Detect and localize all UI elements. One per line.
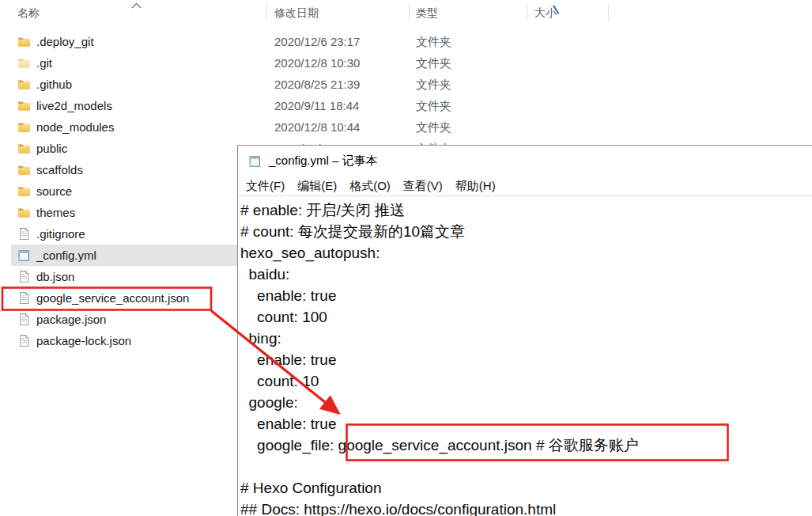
folder-icon [17, 120, 31, 134]
column-resize-handle[interactable] [608, 4, 609, 21]
folder-icon [17, 142, 31, 155]
config-text-line: google_file: google_service_account.json… [240, 434, 812, 456]
column-header-type[interactable]: 类型 [416, 5, 438, 21]
file-name: node_modules [36, 116, 114, 138]
file-type-icon [17, 270, 31, 283]
document-icon [17, 227, 31, 241]
notepad-menu-bar: 文件(F) 编辑(E) 格式(O) 查看(V) 帮助(H) [238, 176, 812, 196]
file-name: live2d_models [36, 95, 112, 116]
config-text-line [240, 456, 812, 477]
folder-icon [17, 163, 31, 176]
column-header-date-modified[interactable]: 修改日期 [274, 5, 319, 21]
sort-ascending-icon [131, 2, 142, 9]
column-resize-handle[interactable] [527, 4, 527, 21]
config-text-line: bing: [240, 328, 812, 349]
column-resize-handle[interactable] [409, 4, 410, 21]
file-type-icon [17, 99, 31, 112]
notepad-window: _config.yml – 记事本 文件(F) 编辑(E) 格式(O) 查看(V… [237, 145, 812, 516]
file-type-icon [17, 291, 31, 305]
config-text-line: enable: true [240, 285, 812, 306]
file-name: google_service_account.json [36, 287, 189, 309]
file-name: themes [36, 202, 75, 223]
file-type-icon [17, 206, 31, 219]
column-resize-handle[interactable] [266, 4, 267, 21]
menu-item[interactable]: 文件(F) [240, 176, 291, 195]
folder-icon [17, 35, 31, 48]
file-row[interactable]: node_modules 2020/12/8 10:44 文件夹 [0, 116, 609, 138]
config-text-line: # count: 每次提交最新的10篇文章 [240, 221, 812, 242]
window-title: _config.yml – 记事本 [269, 154, 378, 169]
config-text-line: ## Docs: https://hexo.io/docs/configurat… [240, 499, 812, 516]
file-type-icon [17, 56, 31, 70]
menu-item[interactable]: 编辑(E) [291, 176, 343, 195]
folder-icon [17, 78, 31, 91]
file-name: .gitignore [36, 223, 85, 245]
file-name: package-lock.json [36, 330, 131, 351]
file-type: 文件夹 [416, 74, 451, 95]
file-date-modified: 2020/12/8 10:30 [274, 52, 360, 74]
config-text-line: google: [240, 392, 812, 413]
folder-icon [17, 206, 31, 219]
notepad-text-editor[interactable]: # enable: 开启/关闭 推送 # count: 每次提交最新的10篇文章… [238, 197, 812, 516]
document-icon [17, 291, 31, 305]
file-name: _config.yml [36, 245, 96, 266]
file-type-icon [17, 163, 31, 176]
file-type-icon [17, 249, 31, 262]
file-type: 文件夹 [416, 31, 451, 52]
notepad-file-icon [17, 249, 31, 262]
document-icon [17, 270, 31, 283]
config-text-line: baidu: [240, 264, 812, 285]
folder-icon [17, 99, 31, 112]
file-row[interactable]: live2d_models 2020/9/11 18:44 文件夹 [0, 95, 609, 116]
file-name: public [36, 138, 67, 159]
document-icon [17, 334, 31, 347]
config-text-line: count: 10 [240, 370, 812, 392]
file-type-icon [17, 184, 31, 198]
file-row[interactable]: .git 2020/12/8 10:30 文件夹 [0, 52, 609, 74]
file-date-modified: 2020/9/11 18:44 [274, 95, 359, 116]
file-row[interactable]: .github 2020/8/25 21:39 文件夹 [0, 74, 609, 95]
menu-item[interactable]: 帮助(H) [449, 176, 502, 195]
config-text-line: hexo_seo_autopush: [240, 242, 812, 264]
file-type-icon [17, 120, 31, 134]
file-type-icon [17, 78, 31, 91]
file-type: 文件夹 [416, 116, 451, 138]
file-type-icon [17, 142, 31, 155]
column-header-size[interactable]: 大小 [534, 5, 557, 21]
file-name: package.json [36, 309, 106, 330]
file-name: .git [36, 52, 52, 74]
file-name: .deploy_git [36, 31, 94, 52]
notepad-title-bar[interactable]: _config.yml – 记事本 [238, 146, 812, 176]
config-text-line: enable: true [240, 413, 812, 434]
file-name: db.json [36, 266, 74, 287]
menu-item[interactable]: 查看(V) [397, 176, 449, 195]
file-name: .github [36, 74, 72, 95]
file-date-modified: 2020/12/6 23:17 [274, 31, 360, 52]
file-type-icon [17, 334, 31, 347]
file-type: 文件夹 [416, 95, 451, 116]
explorer-column-header: 名称 修改日期 类型 大小 [0, 0, 812, 25]
file-name: source [36, 180, 72, 202]
document-icon [17, 313, 31, 326]
file-type: 文件夹 [416, 52, 451, 74]
notepad-app-icon [248, 154, 262, 168]
config-text-line: count: 100 [240, 306, 812, 328]
file-date-modified: 2020/8/25 21:39 [274, 74, 360, 95]
config-text-line: # enable: 开启/关闭 推送 [240, 199, 812, 221]
column-header-name[interactable]: 名称 [17, 5, 40, 21]
config-text-line: enable: true [240, 349, 812, 370]
folder-icon [17, 184, 31, 198]
file-type-icon [17, 35, 31, 48]
file-date-modified: 2020/12/8 10:44 [274, 116, 360, 138]
file-name: scaffolds [36, 159, 83, 180]
folder-icon [17, 56, 31, 70]
file-type-icon [17, 227, 31, 241]
config-text-line: # Hexo Configuration [240, 477, 812, 499]
file-row[interactable]: .deploy_git 2020/12/6 23:17 文件夹 [0, 31, 609, 52]
file-type-icon [17, 313, 31, 326]
menu-item[interactable]: 格式(O) [343, 176, 397, 195]
